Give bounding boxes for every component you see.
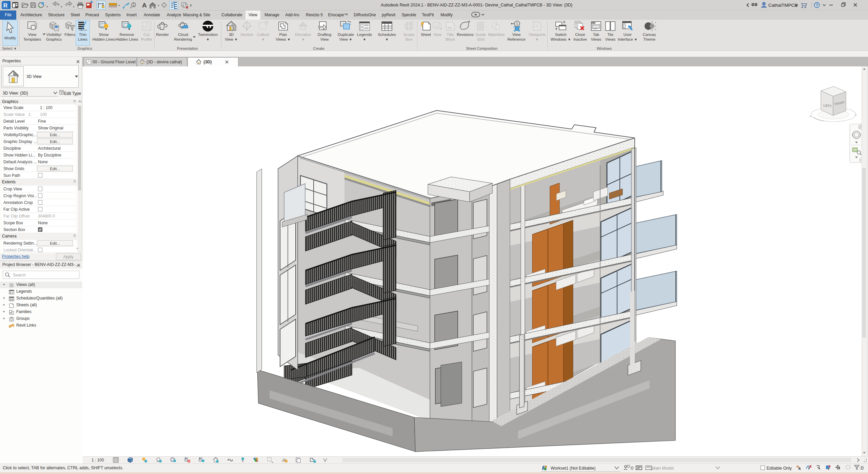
svg-text:1: 1 (133, 3, 135, 7)
svg-text:CathalTMPCB: CathalTMPCB (768, 3, 797, 8)
svg-text:A: A (142, 2, 147, 9)
svg-text:1: 1 (516, 22, 518, 26)
svg-text::0: :0 (860, 465, 864, 471)
svg-text::0: :0 (630, 466, 633, 471)
svg-text:?: ? (816, 3, 818, 7)
